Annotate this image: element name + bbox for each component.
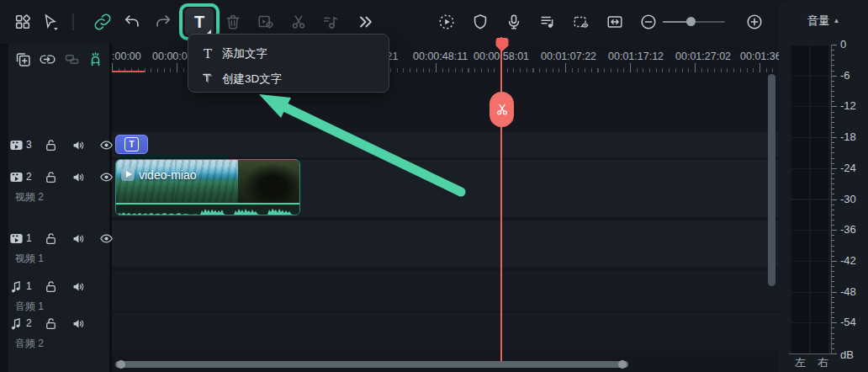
speaker-icon[interactable]: [71, 169, 87, 185]
meter-tick: [832, 199, 837, 200]
meter-tick: [832, 91, 834, 92]
ruler-timecode: :00:00: [112, 50, 141, 62]
meter-db-label: -24: [840, 162, 856, 174]
meter-db-label: -30: [840, 193, 856, 205]
marker-note-icon[interactable]: [320, 11, 341, 33]
more-tools-chevrons-icon[interactable]: [354, 11, 376, 33]
scrollbar-left-handle[interactable]: [117, 360, 125, 369]
speaker-icon[interactable]: [71, 137, 87, 153]
meter-tick: [832, 112, 834, 113]
redo-icon[interactable]: [152, 11, 174, 33]
meter-tick: [832, 297, 834, 298]
meter-db-label: -54: [840, 316, 856, 328]
meter-tick: [832, 163, 834, 164]
ruler-timecode: 00:01:07:22: [541, 50, 596, 62]
meter-tick: [832, 256, 834, 257]
lock-icon[interactable]: [43, 316, 59, 332]
text-clip-icon: T: [124, 137, 139, 151]
text-3d-icon: [200, 72, 215, 87]
meter-tick: [832, 225, 834, 226]
playhead-line[interactable]: [500, 37, 502, 361]
track-lane-audio-1[interactable]: [112, 271, 779, 311]
video-clip[interactable]: video-miao: [115, 159, 300, 215]
split-scissors-icon[interactable]: [288, 11, 310, 33]
track-lane-video-1[interactable]: [112, 221, 779, 268]
video-track-icon: [8, 231, 24, 247]
eye-icon[interactable]: [98, 169, 114, 185]
track-lane-video-3[interactable]: [112, 132, 779, 157]
ruler-timecode: 00:01:17:12: [608, 50, 664, 62]
meter-db-label: -48: [840, 285, 856, 298]
channel-right-label: 右: [818, 355, 828, 370]
zoom-slider-handle[interactable]: [686, 17, 696, 26]
menu-item-add-text[interactable]: T 添加文字: [188, 43, 389, 65]
playhead-pin[interactable]: [495, 37, 509, 56]
collapse-arrow-icon: ▲: [834, 17, 840, 24]
meter-tick: [832, 240, 834, 241]
magnet-snap-icon[interactable]: [84, 48, 106, 70]
vertical-scrollbar[interactable]: [768, 74, 775, 286]
meter-tick: [832, 266, 834, 267]
track-number: 3: [26, 139, 32, 151]
auto-ripple-link-icon[interactable]: [92, 11, 114, 33]
meter-tick: [832, 292, 837, 293]
horizontal-scrollbar[interactable]: [115, 361, 628, 368]
meter-db-label: -42: [840, 254, 856, 267]
scissors-icon: [495, 102, 510, 117]
mask-icon[interactable]: [255, 11, 277, 33]
link-clips-icon[interactable]: [36, 48, 58, 70]
track-header-video-3: 3: [8, 133, 109, 157]
media-grid-icon[interactable]: [12, 11, 34, 33]
track-header-audio-1: 1 音频 1: [8, 274, 109, 314]
track-header-video-1: 1 视频 1: [8, 226, 109, 266]
fit-timeline-icon[interactable]: [604, 11, 626, 33]
preview-window-icon[interactable]: [570, 11, 592, 33]
meter-tick: [832, 142, 834, 143]
speaker-icon[interactable]: [71, 231, 87, 247]
scrollbar-right-handle[interactable]: [618, 360, 627, 369]
zoom-out-icon[interactable]: [638, 11, 659, 33]
speaker-icon[interactable]: [71, 279, 87, 295]
text-clip[interactable]: T: [115, 135, 148, 154]
select-cursor-icon[interactable]: [40, 11, 61, 33]
menu-item-create-3d-text[interactable]: 创建3D文字: [188, 68, 389, 90]
meter-tick: [832, 251, 834, 252]
add-to-track-icon[interactable]: [12, 48, 34, 70]
undo-icon[interactable]: [121, 11, 143, 33]
text-tool-button[interactable]: T: [185, 8, 214, 36]
meter-tick: [832, 302, 834, 303]
playhead-scissors-badge[interactable]: [490, 92, 514, 127]
volume-panel-title[interactable]: 音量▲: [779, 13, 868, 29]
meter-tick: [832, 338, 834, 339]
render-preview-icon[interactable]: [436, 11, 458, 33]
meter-bar-left: [791, 45, 809, 353]
meter-tick: [832, 76, 837, 77]
compound-clip-icon[interactable]: [61, 48, 82, 70]
microphone-icon[interactable]: [503, 11, 525, 33]
lock-icon[interactable]: [43, 279, 59, 295]
meter-tick: [832, 333, 834, 334]
speaker-icon[interactable]: [71, 316, 87, 332]
meter-db-label: -6: [840, 69, 850, 82]
track-lane-audio-2[interactable]: [112, 313, 779, 351]
lock-icon[interactable]: [43, 137, 59, 153]
panel-timeline-divider: [109, 44, 112, 372]
shield-icon[interactable]: [469, 11, 491, 33]
meter-tick: [832, 65, 834, 66]
delete-icon[interactable]: [222, 11, 244, 33]
zoom-in-icon[interactable]: [744, 11, 765, 33]
text-icon: T: [200, 46, 215, 61]
meter-tick: [832, 60, 834, 61]
meter-tick: [832, 168, 837, 169]
menu-item-label: 创建3D文字: [222, 72, 282, 87]
track-header-video-2: 2 视频 2: [8, 165, 109, 205]
meter-tick: [832, 220, 834, 221]
audio-list-icon[interactable]: [537, 11, 558, 33]
meter-tick: [832, 158, 834, 159]
lock-icon[interactable]: [43, 231, 59, 247]
eye-icon[interactable]: [98, 137, 114, 153]
eye-icon[interactable]: [98, 231, 114, 247]
track-number: 1: [26, 280, 32, 292]
lock-icon[interactable]: [43, 169, 59, 185]
meter-tick: [832, 117, 834, 118]
